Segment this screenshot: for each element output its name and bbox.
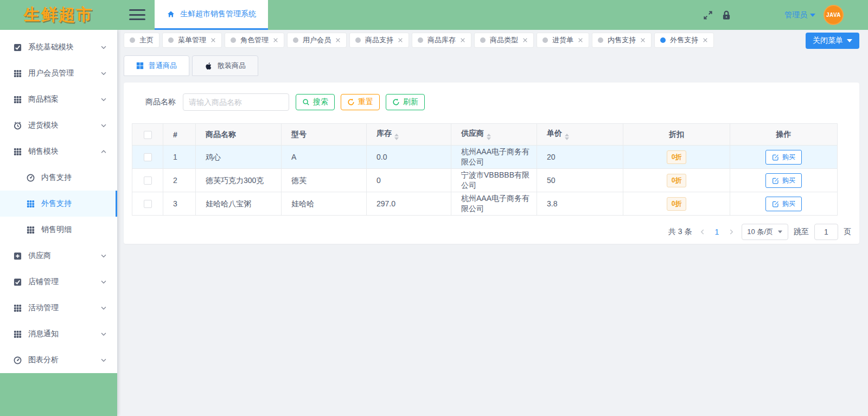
subtab-normal-product[interactable]: 普通商品 bbox=[124, 55, 189, 76]
sidebar-item-label: 消息通知 bbox=[28, 329, 100, 339]
edit-icon bbox=[772, 177, 779, 184]
chevron-down-icon bbox=[100, 356, 107, 364]
search-button-label: 搜索 bbox=[313, 97, 328, 107]
column-stock[interactable]: 库存 bbox=[367, 124, 451, 146]
search-field-label: 商品名称 bbox=[145, 97, 176, 107]
tab-user-member[interactable]: 用户会员 bbox=[287, 33, 347, 48]
sidebar-item-system-base[interactable]: 系统基础模块 bbox=[0, 34, 117, 60]
tab-internal-sales[interactable]: 内售支持 bbox=[592, 33, 652, 48]
tab-strip: 主页 菜单管理 角色管理 用户会员 bbox=[117, 30, 868, 51]
tab-product-stock[interactable]: 商品库存 bbox=[412, 33, 471, 48]
close-menu-button[interactable]: 关闭菜单 bbox=[806, 33, 859, 49]
app-logo: 生鲜超市 bbox=[0, 0, 117, 30]
open-tabs: 主页 菜单管理 角色管理 用户会员 bbox=[124, 33, 806, 48]
chevron-down-icon bbox=[100, 96, 107, 103]
sort-icon[interactable] bbox=[487, 134, 491, 140]
dashboard-icon bbox=[26, 174, 35, 182]
supplier-cell: 杭州AAA电子商务有限公司 bbox=[451, 146, 537, 169]
sidebar-item-label: 系统基础模块 bbox=[28, 42, 100, 52]
column-price[interactable]: 单价 bbox=[537, 124, 623, 146]
tab-product-type[interactable]: 商品类型 bbox=[474, 33, 534, 48]
buy-button[interactable]: 购买 bbox=[765, 197, 802, 211]
pagination-total: 共 3 条 bbox=[668, 227, 692, 237]
system-title-tab[interactable]: 生鲜超市销售管理系统 bbox=[155, 0, 268, 30]
refresh-button[interactable]: 刷新 bbox=[386, 94, 425, 110]
close-icon[interactable] bbox=[398, 37, 403, 43]
price-cell: 20 bbox=[537, 146, 623, 169]
sidebar-item-purchase-module[interactable]: 进货模块 bbox=[0, 112, 117, 138]
close-icon[interactable] bbox=[210, 37, 216, 43]
model-cell: 娃哈哈 bbox=[282, 192, 367, 216]
buy-button[interactable]: 购买 bbox=[765, 173, 802, 188]
row-checkbox[interactable] bbox=[144, 177, 152, 185]
tab-product-support[interactable]: 商品支持 bbox=[349, 33, 409, 48]
sidebar-item-external-sales[interactable]: 外售支持 bbox=[0, 191, 117, 217]
tab-menu-management[interactable]: 菜单管理 bbox=[162, 33, 222, 48]
sort-icon[interactable] bbox=[565, 134, 569, 140]
sidebar-item-chart-analysis[interactable]: 图表分析 bbox=[0, 347, 117, 373]
sidebar-menu: 系统基础模块 用户会员管理 商品档案 进货模块 销售模块 bbox=[0, 30, 117, 373]
subtab-bulk-product[interactable]: 散装商品 bbox=[192, 55, 258, 76]
sidebar-item-message-notice[interactable]: 消息通知 bbox=[0, 321, 117, 347]
sort-icon[interactable] bbox=[394, 134, 399, 140]
sidebar-item-sales-detail[interactable]: 销售明细 bbox=[0, 217, 117, 243]
avatar[interactable]: JAVA bbox=[824, 5, 844, 25]
reset-button[interactable]: 重置 bbox=[341, 94, 380, 110]
prev-page-icon[interactable] bbox=[698, 228, 707, 236]
fullscreen-icon[interactable] bbox=[703, 10, 713, 21]
close-icon[interactable] bbox=[703, 37, 708, 43]
hamburger-menu-icon[interactable] bbox=[129, 8, 145, 22]
stock-cell: 297.0 bbox=[367, 192, 451, 216]
product-name-cell: 德芙巧克力300克 bbox=[196, 169, 282, 192]
tab-external-sales[interactable]: 外售支持 bbox=[654, 33, 714, 48]
chevron-down-icon bbox=[100, 330, 107, 338]
close-icon[interactable] bbox=[640, 37, 646, 43]
sidebar-item-internal-sales[interactable]: 内售支持 bbox=[0, 165, 117, 191]
tab-dot-icon bbox=[598, 37, 603, 43]
tab-role-management[interactable]: 角色管理 bbox=[225, 33, 284, 48]
tab-dot-icon bbox=[231, 37, 236, 43]
sidebar-item-store-management[interactable]: 店铺管理 bbox=[0, 269, 117, 295]
column-product-name: 商品名称 bbox=[196, 124, 282, 146]
column-action: 操作 bbox=[730, 124, 838, 146]
close-icon[interactable] bbox=[335, 37, 341, 43]
column-supplier[interactable]: 供应商 bbox=[451, 124, 537, 146]
chevron-down-icon bbox=[100, 70, 107, 77]
chevron-down-icon bbox=[100, 252, 107, 260]
grid-icon bbox=[13, 304, 22, 312]
close-menu-label: 关闭菜单 bbox=[813, 36, 843, 46]
user-dropdown[interactable]: 管理员 bbox=[784, 10, 815, 20]
grid-icon bbox=[13, 96, 22, 104]
close-icon[interactable] bbox=[578, 37, 583, 43]
select-all-checkbox[interactable] bbox=[144, 131, 152, 139]
sidebar-item-sales-module[interactable]: 销售模块 bbox=[0, 138, 117, 165]
tab-purchase-order[interactable]: 进货单 bbox=[537, 33, 589, 48]
tab-dot-icon bbox=[660, 37, 666, 43]
sidebar-item-product-archive[interactable]: 商品档案 bbox=[0, 86, 117, 112]
table-row: 2 德芙巧克力300克 德芙 0 宁波市VBBBBB有限公司 50 0折 购买 bbox=[132, 169, 838, 192]
tab-dot-icon bbox=[293, 37, 298, 43]
tab-home[interactable]: 主页 bbox=[124, 33, 159, 48]
close-icon[interactable] bbox=[522, 37, 528, 43]
column-model: 型号 bbox=[282, 124, 367, 146]
product-name-input[interactable] bbox=[183, 93, 289, 111]
row-checkbox[interactable] bbox=[144, 200, 152, 208]
grid-icon bbox=[13, 70, 22, 78]
sidebar-footer bbox=[0, 373, 117, 416]
buy-button[interactable]: 购买 bbox=[765, 150, 802, 165]
page-size-select[interactable]: 10 条/页 bbox=[742, 224, 788, 240]
lock-icon[interactable] bbox=[721, 10, 732, 21]
sidebar-item-user-member[interactable]: 用户会员管理 bbox=[0, 60, 117, 86]
tab-dot-icon bbox=[418, 37, 423, 43]
row-checkbox[interactable] bbox=[144, 153, 152, 161]
search-button[interactable]: 搜索 bbox=[296, 94, 335, 110]
close-icon[interactable] bbox=[273, 37, 278, 43]
page-number[interactable]: 1 bbox=[713, 228, 722, 236]
sidebar-item-activity-management[interactable]: 活动管理 bbox=[0, 295, 117, 321]
next-page-icon[interactable] bbox=[726, 228, 736, 236]
check-square-icon bbox=[13, 43, 22, 52]
apple-icon bbox=[205, 62, 213, 70]
sidebar-item-supplier[interactable]: 供应商 bbox=[0, 243, 117, 269]
jump-page-input[interactable] bbox=[814, 224, 838, 240]
close-icon[interactable] bbox=[460, 37, 465, 43]
